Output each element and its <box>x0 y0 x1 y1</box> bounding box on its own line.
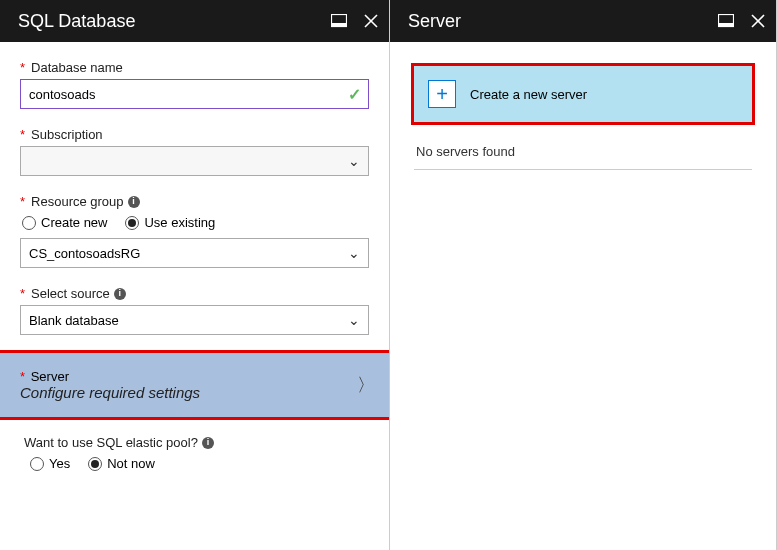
required-asterisk: * <box>20 369 25 384</box>
select-source-field: * Select source i Blank database ⌄ <box>20 286 369 335</box>
server-selector[interactable]: * Server Configure required settings 〉 <box>0 353 389 417</box>
close-icon[interactable] <box>363 13 379 29</box>
restore-icon[interactable] <box>718 13 734 29</box>
resource-group-radio-row: Create new Use existing <box>22 215 369 230</box>
server-subtext: Configure required settings <box>20 384 200 401</box>
info-icon[interactable]: i <box>202 437 214 449</box>
database-name-label: Database name <box>31 60 123 75</box>
required-asterisk: * <box>20 286 25 301</box>
blade-header: SQL Database <box>0 0 389 42</box>
svg-rect-1 <box>332 23 347 27</box>
plus-icon: + <box>428 80 456 108</box>
blade-body: * Database name ✓ * Subscription ⌄ * Res… <box>0 42 389 550</box>
subscription-field: * Subscription ⌄ <box>20 127 369 176</box>
resource-group-select[interactable]: CS_contosoadsRG ⌄ <box>20 238 369 268</box>
close-icon[interactable] <box>750 13 766 29</box>
elastic-pool-radio-row: Yes Not now <box>30 456 369 471</box>
sql-database-blade: SQL Database * Database name ✓ * Sub <box>0 0 390 550</box>
rg-use-existing-radio[interactable]: Use existing <box>125 215 215 230</box>
blade-header: Server <box>390 0 776 42</box>
chevron-right-icon: 〉 <box>357 373 375 397</box>
subscription-label: Subscription <box>31 127 103 142</box>
rg-use-existing-label: Use existing <box>144 215 215 230</box>
blade-body: + Create a new server No servers found <box>390 42 776 550</box>
elastic-pool-label: Want to use SQL elastic pool? <box>24 435 198 450</box>
required-asterisk: * <box>20 194 25 209</box>
header-actions <box>718 13 766 29</box>
server-label: Server <box>31 369 69 384</box>
restore-icon[interactable] <box>331 13 347 29</box>
chevron-down-icon: ⌄ <box>348 312 360 328</box>
header-actions <box>331 13 379 29</box>
select-source-value: Blank database <box>29 313 119 328</box>
database-name-field: * Database name ✓ <box>20 60 369 109</box>
elastic-pool-field: Want to use SQL elastic pool? i Yes Not … <box>20 435 369 471</box>
select-source-select[interactable]: Blank database ⌄ <box>20 305 369 335</box>
blade-title: Server <box>408 11 461 32</box>
rg-create-new-radio[interactable]: Create new <box>22 215 107 230</box>
subscription-select[interactable]: ⌄ <box>20 146 369 176</box>
resource-group-value: CS_contosoadsRG <box>29 246 140 261</box>
blade-title: SQL Database <box>18 11 135 32</box>
valid-checkmark-icon: ✓ <box>348 85 361 104</box>
elastic-yes-label: Yes <box>49 456 70 471</box>
select-source-label: Select source <box>31 286 110 301</box>
chevron-down-icon: ⌄ <box>348 153 360 169</box>
server-blade: Server + Create a new server No servers … <box>390 0 777 550</box>
no-servers-message: No servers found <box>414 138 752 170</box>
chevron-down-icon: ⌄ <box>348 245 360 261</box>
radio-icon <box>88 457 102 471</box>
info-icon[interactable]: i <box>114 288 126 300</box>
radio-icon <box>30 457 44 471</box>
required-asterisk: * <box>20 127 25 142</box>
info-icon[interactable]: i <box>128 196 140 208</box>
elastic-notnow-label: Not now <box>107 456 155 471</box>
svg-rect-5 <box>719 23 734 27</box>
elastic-yes-radio[interactable]: Yes <box>30 456 70 471</box>
resource-group-label: Resource group <box>31 194 124 209</box>
resource-group-field: * Resource group i Create new Use existi… <box>20 194 369 268</box>
create-new-server-button[interactable]: + Create a new server <box>414 66 752 122</box>
required-asterisk: * <box>20 60 25 75</box>
radio-icon <box>22 216 36 230</box>
elastic-notnow-radio[interactable]: Not now <box>88 456 155 471</box>
radio-icon <box>125 216 139 230</box>
create-new-server-label: Create a new server <box>470 87 587 102</box>
rg-create-new-label: Create new <box>41 215 107 230</box>
database-name-input[interactable] <box>20 79 369 109</box>
